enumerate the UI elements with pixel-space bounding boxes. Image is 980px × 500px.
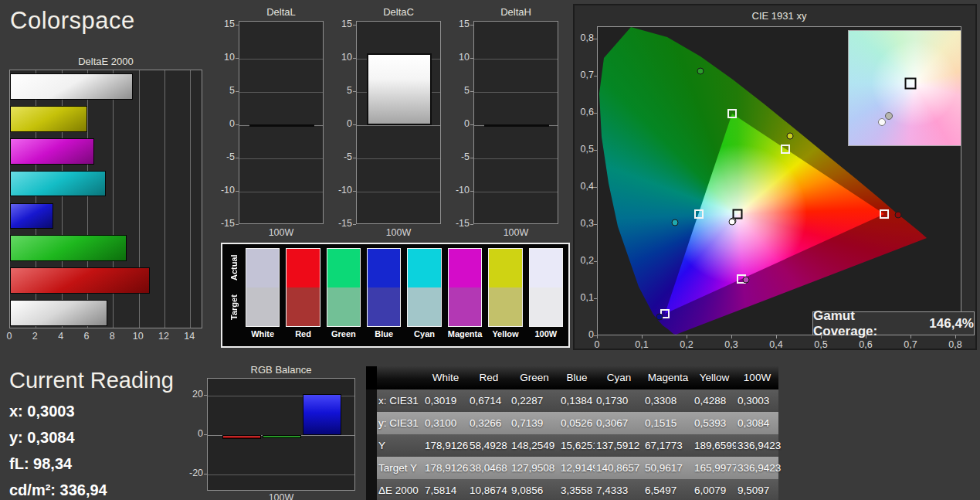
deltaL-chart: DeltaL151050-5-10-15100W	[220, 6, 328, 238]
deltae-bar-red	[10, 267, 150, 294]
deltaC-y-tick: -15	[337, 218, 352, 229]
reading-cdm: cd/m²: 336,94	[9, 477, 195, 500]
deltaH-y-tick: 10	[455, 52, 470, 63]
tick-mark	[776, 335, 777, 338]
tick-mark	[353, 191, 356, 192]
deltaL-y-tick: -5	[220, 151, 235, 162]
current-reading-values: x: 0,3003y: 0,3084fL: 98,34cd/m²: 336,94	[9, 398, 195, 500]
tick-mark	[594, 113, 597, 114]
deltaC-chart: DeltaC151050-5-10-15100W	[337, 6, 446, 238]
deltae-x-tick: 0	[0, 331, 19, 342]
table-cell-green: 148,2549	[510, 434, 559, 457]
cie-y-tick: 0,1	[575, 292, 594, 303]
cie-chart-title: CIE 1931 xy	[597, 10, 961, 22]
table-row-label: x: CIE31	[377, 389, 423, 412]
deltaC-bar-100w	[367, 53, 432, 125]
table-cell-red: 58,4928	[468, 434, 510, 457]
table-cell-blue: 0,1384	[559, 389, 595, 412]
table-cell-white: 0,3100	[423, 412, 468, 434]
white-point-inset	[848, 30, 961, 146]
swatch-label: Cyan	[407, 329, 441, 342]
swatch-label: Magenta	[448, 329, 483, 342]
table-row-label: Y	[377, 434, 423, 457]
table-row-strip	[366, 434, 377, 457]
deltae-bar-yellow	[10, 106, 87, 132]
cie-measured-blue	[656, 313, 663, 320]
cie-y-tick: 0	[575, 329, 594, 340]
tick-mark	[353, 158, 356, 158]
deltaL-title: DeltaL	[239, 6, 324, 18]
table-cell-magenta: 0,1515	[643, 412, 693, 434]
swatch-100w	[529, 248, 563, 327]
cie-y-tick: 0,7	[575, 70, 594, 80]
gridline	[474, 158, 558, 159]
rgb-category-label: 100W	[207, 492, 355, 500]
table-cell-white: 178,9126	[423, 457, 468, 479]
table-row-label: ΔE 2000	[377, 479, 423, 500]
tick-mark	[353, 25, 356, 26]
gridline	[239, 158, 323, 159]
table-cell-magenta: 50,9617	[643, 457, 693, 479]
deltae-bar-green	[10, 235, 127, 261]
table-cell-blue: 15,6251	[559, 434, 595, 457]
tick-mark	[236, 91, 239, 92]
tick-mark	[236, 58, 239, 59]
gamut-coverage-value: 146,4%	[929, 316, 974, 332]
tick-mark	[470, 191, 473, 192]
tick-mark	[353, 224, 356, 225]
tick-mark	[955, 335, 956, 338]
deltaH-y-tick: 5	[455, 85, 470, 96]
cie-x-tick: 0,7	[899, 339, 922, 350]
swatch-green	[327, 248, 361, 327]
gridline	[357, 125, 440, 126]
rgb-balance-bar-blue	[303, 394, 341, 435]
table-header-cyan: Cyan	[595, 366, 643, 389]
tick-mark	[594, 187, 597, 188]
deltaL-y-tick: 15	[220, 19, 235, 29]
swatch-actual	[489, 249, 521, 287]
gridline	[239, 92, 323, 93]
table-corner-cell	[366, 366, 377, 389]
table-header-rowlabel	[377, 366, 423, 389]
deltae-plot	[9, 70, 202, 328]
deltaH-category-label: 100W	[473, 227, 558, 238]
swatch-label: White	[246, 329, 280, 342]
deltaC-category-label: 100W	[356, 227, 441, 238]
table-cell-yellow: 6,0079	[693, 479, 736, 500]
actual-target-swatch-panel: ActualTargetWhiteRedGreenBlueCyanMagenta…	[221, 243, 570, 348]
tick-mark	[470, 124, 473, 125]
table-cell-white: 7,5814	[423, 479, 468, 500]
tick-mark	[470, 25, 473, 26]
gamut-coverage-badge: Gamut Coverage:146,4%	[812, 311, 975, 335]
swatch-target	[246, 287, 279, 326]
deltaC-title: DeltaC	[356, 6, 441, 18]
table-cell-blue: 3,3558	[559, 479, 595, 500]
measurement-table: WhiteRedGreenBlueCyanMagentaYellow100Wx:…	[366, 366, 778, 500]
table-cell-green: 0,7139	[510, 412, 559, 434]
swatch-column-red: Red	[286, 248, 320, 342]
deltaL-y-tick: 5	[220, 85, 235, 96]
deltaL-y-tick: 0	[220, 118, 235, 129]
table-cell-white: 178,9126	[423, 434, 468, 457]
swatch-column-100w: 100W	[529, 248, 563, 342]
cie-measured-red	[895, 212, 902, 219]
cie-1931-chart-panel: CIE 1931 xy00,10,20,30,40,50,60,70,800,1…	[573, 4, 977, 350]
rgb-y-tick: 20	[189, 389, 203, 400]
table-cell-cyan: 137,5912	[595, 434, 643, 457]
cie-y-tick: 0,6	[575, 107, 594, 117]
cie-x-tick: 0,3	[720, 339, 743, 350]
swatch-column-cyan: Cyan	[407, 248, 441, 342]
swatch-target	[489, 287, 521, 326]
table-cell-green: 9,0856	[510, 479, 559, 500]
deltaC-y-tick: 5	[337, 85, 352, 96]
table-row-strip	[366, 479, 377, 500]
table-header-blue: Blue	[559, 366, 595, 389]
table-cell-magenta: 6,5497	[643, 479, 693, 500]
gridline	[357, 192, 440, 192]
tick-mark	[470, 158, 473, 158]
table-cell-red: 10,8674	[468, 479, 510, 500]
table-row-label: y: CIE31	[377, 412, 423, 434]
gridline	[474, 92, 558, 93]
deltaL-y-tick: -15	[220, 218, 235, 229]
page-title: Colorspace	[10, 7, 135, 35]
